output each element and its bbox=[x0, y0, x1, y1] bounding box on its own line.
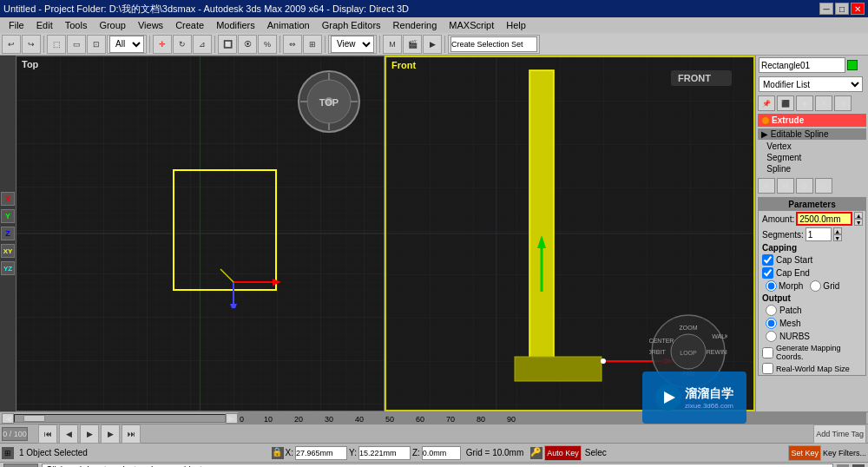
editable-spline-row[interactable]: ▶ Editable Spline bbox=[758, 128, 866, 140]
menu-graph-editors[interactable]: Graph Editors bbox=[317, 17, 386, 33]
menu-help[interactable]: Help bbox=[501, 17, 531, 33]
next-frame-button[interactable]: ▶ bbox=[101, 424, 120, 444]
prev-frame-button[interactable]: ◀ bbox=[59, 424, 78, 444]
amount-spinner[interactable]: ▲ ▼ bbox=[854, 212, 863, 226]
extrude-modifier-row[interactable]: Extrude bbox=[758, 114, 866, 127]
svg-rect-22 bbox=[515, 357, 602, 381]
maximize-button[interactable]: □ bbox=[835, 3, 849, 15]
axis-x-button[interactable]: X bbox=[1, 192, 15, 206]
set-key-button[interactable]: Set Key bbox=[788, 445, 821, 461]
snap-button[interactable]: 🔲 bbox=[218, 35, 237, 54]
select-region-button[interactable]: ▭ bbox=[67, 35, 86, 54]
cap-start-checkbox[interactable] bbox=[762, 254, 773, 266]
add-time-tag-button[interactable]: Add Time Tag bbox=[813, 424, 866, 444]
menu-views[interactable]: Views bbox=[133, 17, 168, 33]
motion-button[interactable]: M bbox=[777, 178, 794, 194]
mirror-button[interactable]: ⇔ bbox=[283, 35, 302, 54]
morph-label: Morph bbox=[779, 281, 803, 291]
material-editor-button[interactable]: M bbox=[383, 35, 402, 54]
view-select[interactable]: View bbox=[331, 36, 374, 53]
axis-xy-button[interactable]: XY bbox=[1, 244, 15, 258]
align-button[interactable]: ⊞ bbox=[303, 35, 322, 54]
patch-radio[interactable] bbox=[766, 305, 777, 316]
auto-key-button[interactable]: Auto Key bbox=[544, 445, 582, 461]
nurbs-label: NURBS bbox=[779, 332, 810, 341]
render-button[interactable]: ▶ bbox=[423, 35, 442, 54]
angle-snap-button[interactable]: ⦿ bbox=[238, 35, 257, 54]
script-button[interactable]: Script bbox=[3, 464, 38, 468]
display-button[interactable]: D bbox=[796, 178, 813, 194]
view-dropdown-container[interactable]: View bbox=[328, 35, 377, 54]
scroll-track[interactable] bbox=[14, 414, 226, 423]
x-coord-input[interactable] bbox=[295, 446, 347, 460]
menu-file[interactable]: File bbox=[3, 17, 30, 33]
menu-maxscript[interactable]: MAXScript bbox=[444, 17, 499, 33]
go-start-button[interactable]: ⏮ bbox=[38, 424, 57, 444]
undo-button[interactable]: ↩ bbox=[2, 35, 21, 54]
window-crossing-button[interactable]: ⊡ bbox=[87, 35, 106, 54]
viewport-front[interactable]: Front bbox=[385, 56, 755, 411]
spline-row[interactable]: Spline bbox=[756, 163, 868, 174]
mesh-radio-row: Mesh bbox=[759, 317, 865, 330]
play-button[interactable]: ▶ bbox=[80, 424, 99, 444]
minimize-button[interactable]: ─ bbox=[819, 3, 833, 15]
modifier-list-dropdown[interactable]: Modifier List bbox=[759, 76, 863, 92]
show-end-result-button[interactable]: ⬛ bbox=[777, 95, 794, 111]
filter-select[interactable]: All bbox=[109, 36, 144, 53]
amount-input[interactable] bbox=[796, 212, 852, 226]
amount-up[interactable]: ▲ bbox=[854, 212, 863, 219]
axis-y-button[interactable]: Y bbox=[1, 209, 15, 223]
render-setup-button[interactable]: 🎬 bbox=[403, 35, 422, 54]
percent-snap-button[interactable]: % bbox=[258, 35, 277, 54]
configure-button[interactable]: ⚙ bbox=[834, 95, 852, 111]
menu-rendering[interactable]: Rendering bbox=[388, 17, 443, 33]
scroll-thumb[interactable] bbox=[23, 415, 45, 422]
create-selection-container[interactable] bbox=[448, 35, 540, 54]
menu-group[interactable]: Group bbox=[94, 17, 131, 33]
z-coord-input[interactable] bbox=[422, 446, 461, 460]
gen-mapping-checkbox[interactable] bbox=[762, 347, 773, 358]
amount-down[interactable]: ▼ bbox=[854, 219, 863, 226]
mesh-radio[interactable] bbox=[766, 318, 777, 329]
morph-radio[interactable] bbox=[766, 280, 777, 292]
segments-up[interactable]: ▲ bbox=[833, 227, 842, 234]
axis-z-button[interactable]: Z bbox=[1, 227, 15, 240]
separator bbox=[43, 36, 44, 53]
segments-spinner[interactable]: ▲ ▼ bbox=[833, 227, 842, 241]
remove-modifier-button[interactable]: ✕ bbox=[815, 95, 832, 111]
menu-modifiers[interactable]: Modifiers bbox=[211, 17, 260, 33]
menu-tools[interactable]: Tools bbox=[60, 17, 93, 33]
create-selection-input[interactable] bbox=[450, 36, 537, 52]
object-name-input[interactable] bbox=[759, 57, 845, 73]
axis-yz-button[interactable]: YZ bbox=[1, 261, 15, 275]
object-color-swatch[interactable] bbox=[847, 60, 858, 70]
select-filter-dropdown[interactable]: All bbox=[107, 35, 147, 54]
go-end-button[interactable]: ⏭ bbox=[122, 424, 141, 444]
segment-row[interactable]: Segment bbox=[756, 152, 868, 163]
segments-down[interactable]: ▼ bbox=[833, 234, 842, 241]
viewport-top[interactable]: Top bbox=[16, 56, 385, 411]
hierarchy-button[interactable]: H bbox=[758, 178, 775, 194]
make-unique-button[interactable]: ◈ bbox=[796, 95, 813, 111]
y-coord-input[interactable] bbox=[358, 446, 411, 460]
cap-end-checkbox[interactable] bbox=[762, 267, 773, 279]
rotate-button[interactable]: ↻ bbox=[173, 35, 192, 54]
menu-animation[interactable]: Animation bbox=[262, 17, 315, 33]
close-button[interactable]: ✕ bbox=[851, 3, 865, 15]
redo-button[interactable]: ↪ bbox=[22, 35, 41, 54]
move-button[interactable]: ✛ bbox=[153, 35, 172, 54]
vertex-row[interactable]: Vertex bbox=[756, 141, 868, 152]
pin-stack-button[interactable]: 📌 bbox=[758, 95, 775, 111]
scale-button[interactable]: ⊿ bbox=[193, 35, 212, 54]
nav-gizmo-top[interactable]: TOP bbox=[297, 69, 362, 135]
scroll-right-button[interactable]: ▶ bbox=[226, 413, 238, 424]
menu-edit[interactable]: Edit bbox=[31, 17, 58, 33]
menu-create[interactable]: Create bbox=[170, 17, 209, 33]
utilities-button[interactable]: U bbox=[815, 178, 832, 194]
real-world-checkbox[interactable] bbox=[762, 363, 773, 374]
scroll-left-button[interactable]: ◀ bbox=[2, 413, 14, 424]
grid-radio[interactable] bbox=[810, 280, 821, 292]
segments-input[interactable] bbox=[806, 227, 832, 241]
nurbs-radio[interactable] bbox=[766, 331, 777, 342]
select-object-button[interactable]: ⬚ bbox=[47, 35, 66, 54]
